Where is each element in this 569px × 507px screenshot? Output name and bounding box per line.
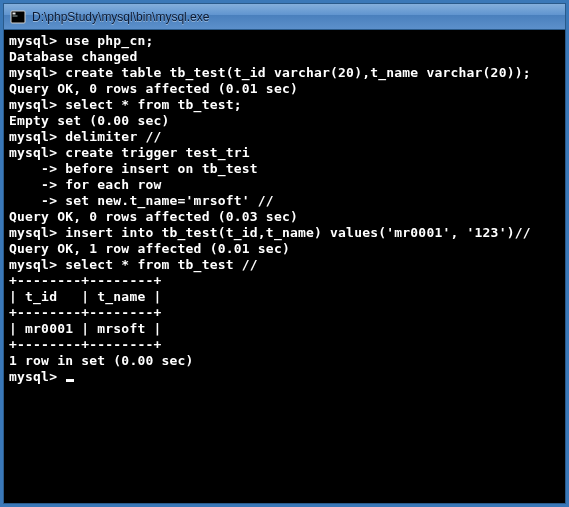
terminal-line: | mr0001 | mrsoft | bbox=[9, 321, 560, 337]
terminal-line: mysql> create trigger test_tri bbox=[9, 145, 560, 161]
titlebar[interactable]: D:\phpStudy\mysql\bin\mysql.exe bbox=[4, 4, 565, 30]
terminal-line: Database changed bbox=[9, 49, 560, 65]
terminal-output[interactable]: mysql> use php_cn;Database changedmysql>… bbox=[4, 30, 565, 503]
terminal-line: mysql> insert into tb_test(t_id,t_name) … bbox=[9, 225, 560, 241]
terminal-line: +--------+--------+ bbox=[9, 337, 560, 353]
terminal-line: -> set new.t_name='mrsoft' // bbox=[9, 193, 560, 209]
terminal-line: -> for each row bbox=[9, 177, 560, 193]
terminal-line: 1 row in set (0.00 sec) bbox=[9, 353, 560, 369]
terminal-line: Empty set (0.00 sec) bbox=[9, 113, 560, 129]
terminal-line: mysql> bbox=[9, 369, 560, 385]
console-window: D:\phpStudy\mysql\bin\mysql.exe mysql> u… bbox=[3, 3, 566, 504]
terminal-line: mysql> create table tb_test(t_id varchar… bbox=[9, 65, 560, 81]
terminal-line: mysql> select * from tb_test; bbox=[9, 97, 560, 113]
terminal-line: +--------+--------+ bbox=[9, 305, 560, 321]
cursor bbox=[66, 379, 74, 382]
terminal-line: -> before insert on tb_test bbox=[9, 161, 560, 177]
mysql-console-icon bbox=[10, 9, 26, 25]
terminal-line: | t_id | t_name | bbox=[9, 289, 560, 305]
terminal-line: Query OK, 0 rows affected (0.03 sec) bbox=[9, 209, 560, 225]
terminal-line: +--------+--------+ bbox=[9, 273, 560, 289]
terminal-line: Query OK, 0 rows affected (0.01 sec) bbox=[9, 81, 560, 97]
terminal-line: Query OK, 1 row affected (0.01 sec) bbox=[9, 241, 560, 257]
terminal-line: mysql> delimiter // bbox=[9, 129, 560, 145]
svg-rect-2 bbox=[13, 15, 18, 16]
window-title: D:\phpStudy\mysql\bin\mysql.exe bbox=[32, 10, 209, 24]
svg-rect-1 bbox=[13, 12, 16, 14]
terminal-line: mysql> select * from tb_test // bbox=[9, 257, 560, 273]
terminal-line: mysql> use php_cn; bbox=[9, 33, 560, 49]
